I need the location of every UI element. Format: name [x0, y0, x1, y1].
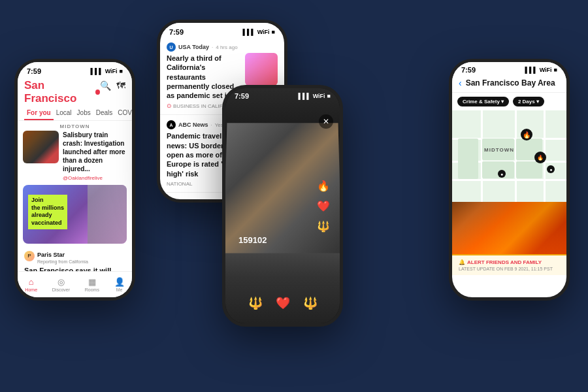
filter-1-label: Crime & Safety — [463, 99, 500, 105]
time-4: 7:59 — [461, 66, 476, 74]
map-area: MIDTOWN 🔥 🔥 ● ● — [452, 110, 566, 202]
status-bar-4: 7:59 ▌▌▌ WiFi ■ — [452, 62, 566, 75]
time-2-dot: · — [211, 122, 212, 128]
city-title: San Francisco — [24, 79, 100, 105]
status-icons-1: ▌▌▌ WiFi ■ — [91, 68, 123, 74]
city-dot — [95, 90, 100, 95]
battery-icon-2: ■ — [272, 29, 275, 35]
status-icons-4: ▌▌▌ WiFi ■ — [525, 67, 558, 73]
status-bar-3: 7:59 ▌▌▌ WiFi ■ — [225, 88, 340, 101]
video-scene: 7:59 ▌▌▌ WiFi ■ ✕ 159102 🔥 ❤️ 🔱 🔱 — [225, 88, 340, 323]
status-icons-2: ▌▌▌ WiFi ■ — [243, 29, 276, 35]
nav-discover-label: Discover — [52, 287, 70, 292]
status-icons-3: ▌▌▌ WiFi ■ — [299, 93, 331, 99]
source-1: USA Today — [178, 44, 209, 50]
signal-icon: ▌▌▌ — [91, 68, 103, 74]
nav-discover[interactable]: ◎ Discover — [52, 277, 70, 292]
nav-rooms-label: Rooms — [85, 287, 99, 292]
tab-covid[interactable]: COVID — [115, 108, 132, 120]
map-filters: Crime & Safety ▾ 2 Days ▾ — [452, 93, 566, 110]
map-pin-small-2: ● — [547, 165, 555, 173]
abc-icon: A — [167, 120, 176, 129]
rooms-icon: ▦ — [88, 277, 96, 287]
alert-date: LATEST UPDATE ON FEB 9 2021, 11:15 PST — [459, 267, 560, 271]
time-3: 7:59 — [235, 92, 249, 100]
time-1-ago: 4 hrs ago — [216, 44, 237, 50]
battery-icon: ■ — [120, 68, 123, 74]
midtown-map-label: MIDTOWN — [484, 147, 514, 153]
card1-headline: Salisbury train crash: Investigation lau… — [63, 131, 127, 173]
source-2: ABC News — [178, 122, 208, 128]
wifi-icon-4: WiFi — [540, 67, 552, 73]
chevron-down-icon-2: ▾ — [536, 99, 539, 105]
map-header: ‹ San Francisco Bay Area — [452, 75, 566, 93]
vaccine-card[interactable]: Jointhe millionsalreadyvaccinated — [23, 185, 127, 244]
thumb-1 — [245, 53, 278, 86]
alert-icon: 🔔 — [459, 259, 465, 265]
phone-4: 7:59 ▌▌▌ WiFi ■ ‹ San Francisco Bay Area… — [449, 59, 570, 301]
signal-icon-3: ▌▌▌ — [299, 93, 311, 99]
close-button[interactable]: ✕ — [319, 114, 333, 129]
vaccine-face-bg — [88, 185, 127, 244]
train-number: 159102 — [238, 235, 267, 245]
fire-emoji: 🔥 — [317, 180, 330, 192]
wifi-icon-2: WiFi — [257, 29, 270, 35]
wifi-icon-3: WiFi — [313, 93, 325, 99]
map-block-5 — [458, 139, 479, 179]
tab-jobs[interactable]: Jobs — [74, 108, 93, 120]
train-image — [23, 131, 59, 163]
nav-rooms[interactable]: ▦ Rooms — [85, 277, 99, 292]
tab-deals[interactable]: Deals — [93, 108, 116, 120]
phone1-header: San Francisco 🔍 🗺 — [18, 76, 132, 105]
crime-filter[interactable]: Crime & Safety ▾ — [457, 97, 509, 106]
map-pin-main: 🔥 — [534, 152, 546, 163]
source-row-1: U USA Today · 4 hrs ago — [167, 42, 240, 52]
search-icon[interactable]: 🔍 — [100, 80, 111, 91]
phone-3: 7:59 ▌▌▌ WiFi ■ ✕ 159102 🔥 ❤️ 🔱 🔱 — [222, 85, 343, 327]
card1-source: @Oaklandfirelive — [63, 175, 127, 181]
discover-icon: ◎ — [57, 277, 65, 287]
usa-today-icon: U — [167, 42, 176, 52]
nav-me[interactable]: 👤 Me — [114, 277, 125, 292]
map-icon[interactable]: 🗺 — [116, 80, 125, 91]
time-1: 7:59 — [27, 67, 41, 75]
map-block-4 — [516, 161, 542, 178]
bottom-emoji-3: 🔱 — [303, 296, 318, 310]
reporter-avatar: P — [24, 251, 35, 261]
map-title: San Francisco Bay Area — [466, 78, 555, 88]
time-2: 7:59 — [169, 28, 184, 36]
signal-icon-2: ▌▌▌ — [243, 29, 255, 35]
reporter-sub: Reporting from California — [37, 259, 88, 264]
bottom-emojis: 🔱 ❤️ 🔱 — [248, 296, 318, 310]
vaccine-text: Jointhe millionsalreadyvaccinated — [28, 195, 67, 229]
status-bar-2: 7:59 ▌▌▌ WiFi ■ — [160, 23, 284, 37]
news-card-train[interactable]: Salisbury train crash: Investigation lau… — [23, 131, 127, 181]
reporter-name: Paris Star — [37, 252, 65, 258]
header-icons[interactable]: 🔍 🗺 — [100, 80, 125, 91]
tab-local[interactable]: Local — [54, 108, 74, 120]
home-icon: ⌂ — [29, 277, 34, 287]
status-bar-1: 7:59 ▌▌▌ WiFi ■ — [18, 62, 132, 76]
emoji-reactions: 🔥 ❤️ 🔱 — [317, 180, 330, 233]
thumb-ca-img — [245, 53, 278, 86]
map-pin-small-1: ● — [498, 170, 506, 178]
profile-icon: 👤 — [114, 277, 125, 287]
back-button[interactable]: ‹ — [459, 78, 462, 88]
wifi-icon: WiFi — [105, 68, 118, 74]
arrow-emoji: 🔱 — [317, 220, 330, 233]
fire-image — [452, 202, 566, 254]
main-scene: 7:59 ▌▌▌ WiFi ■ San Francisco 🔍 🗺 — [0, 0, 588, 392]
map-pin-fire: 🔥 — [521, 129, 532, 140]
alert-banner: 🔔 ALERT FRIENDS AND FAMILY LATEST UPDATE… — [452, 254, 566, 275]
battery-icon-4: ■ — [554, 67, 557, 73]
map-background: MIDTOWN 🔥 🔥 ● ● — [452, 110, 566, 202]
signal-icon-4: ▌▌▌ — [525, 67, 538, 73]
nav-home[interactable]: ⌂ Home — [25, 277, 37, 292]
nav-tabs: For you Local Jobs Deals COVID Scie ☰ — [18, 105, 132, 121]
reporter-line: P Paris Star Reporting from California — [24, 248, 125, 264]
days-filter[interactable]: 2 Days ▾ — [513, 97, 544, 106]
filter-2-label: 2 Days — [518, 99, 535, 105]
nav-me-label: Me — [116, 287, 123, 292]
tab-for-you[interactable]: For you — [24, 108, 54, 120]
alert-title: 🔔 ALERT FRIENDS AND FAMILY — [459, 259, 560, 265]
